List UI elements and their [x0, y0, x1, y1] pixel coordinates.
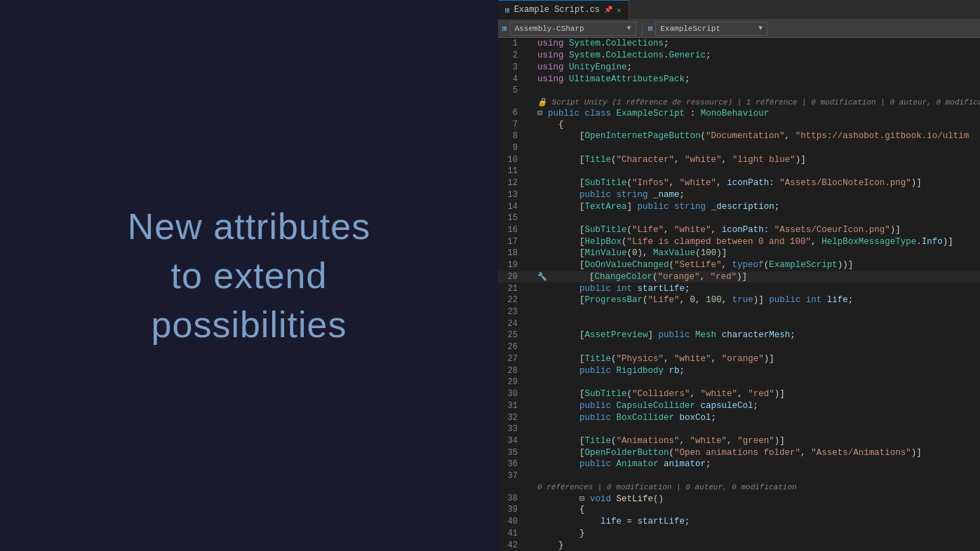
line-42: 42 } — [498, 539, 980, 551]
left-panel: New attributes to extend possibilities — [0, 0, 498, 551]
editor-toolbar: ⊞ Assembly-CSharp ▼ ⊞ ExampleScript ▼ — [498, 20, 980, 38]
dropdown-arrow: ▼ — [627, 25, 631, 32]
line-38: 38 ⊟ void SetLife() — [498, 492, 980, 504]
tab-label: Example Script.cs — [514, 5, 600, 15]
line-28: 28 public Rigidbody rb; — [498, 365, 980, 376]
line-32: 32 public BoxCollider boxCol; — [498, 411, 980, 423]
class-dropdown[interactable]: ExampleScript ▼ — [655, 22, 767, 36]
line-17: 17 [HelpBox("Life is clamped between 0 a… — [498, 236, 980, 247]
line-11: 11 — [498, 165, 980, 177]
line-2: 2 using System.Collections.Generic; — [498, 50, 980, 62]
hero-text: New attributes to extend possibilities — [86, 202, 412, 350]
line-31: 31 public CapsuleCollider capsuleCol; — [498, 400, 980, 411]
line-24: 24 — [498, 318, 980, 329]
assembly-dropdown[interactable]: Assembly-CSharp ▼ — [510, 22, 636, 36]
line-7: 7 { — [498, 118, 980, 130]
line-41: 41 } — [498, 527, 980, 539]
line-34: 34 [Title("Animations", "white", "green"… — [498, 435, 980, 447]
line-21: 21 public int startLife; — [498, 283, 980, 294]
line-13: 13 public string _name; — [498, 189, 980, 200]
toolbar-separator — [642, 22, 643, 35]
line-meta-6: 6 🔒 Script Unity (1 référence de ressour… — [498, 97, 980, 107]
line-15: 15 — [498, 212, 980, 224]
assembly-label: Assembly-CSharp — [515, 25, 584, 33]
line-1: 1 using System.Collections; — [498, 38, 980, 50]
line-16: 16 [SubTitle("Life", "white", iconPath: … — [498, 224, 980, 236]
class-label: ExampleScript — [660, 25, 720, 33]
line-33: 33 — [498, 423, 980, 435]
line-39: 39 { — [498, 504, 980, 516]
line-35: 35 [OpenFolderButton("Open animations fo… — [498, 447, 980, 458]
editor-panel: ⊞ Example Script.cs 📌 ✕ ⊞ Assembly-CShar… — [498, 0, 980, 551]
hero-line3: possibilities — [152, 304, 347, 345]
line-27: 27 [Title("Physics", "white", "orange")] — [498, 353, 980, 365]
line-3: 3 using UnityEngine; — [498, 61, 980, 73]
line-25: 25 [AssetPreview] public Mesh characterM… — [498, 329, 980, 341]
line-6: 6 ⊟ public class ExampleScript : MonoBeh… — [498, 107, 980, 118]
line-20: 20 🔧 [ChangeColor("orange", "red")] — [498, 271, 980, 283]
line-5: 5 — [498, 85, 980, 97]
line-meta-38: 38 0 références | 0 modification | 0 aut… — [498, 482, 980, 492]
assembly-icon: ⊞ — [502, 24, 507, 33]
line-37: 37 — [498, 470, 980, 482]
code-area: 1 using System.Collections; 2 using Syst… — [498, 38, 980, 551]
line-8: 8 [OpenInternetPageButton("Documentation… — [498, 130, 980, 142]
line-26: 26 — [498, 341, 980, 353]
tab-bar: ⊞ Example Script.cs 📌 ✕ — [498, 0, 980, 20]
line-14: 14 [TextArea] public string _description… — [498, 200, 980, 212]
line-12: 12 [SubTitle("Infos", "white", iconPath:… — [498, 177, 980, 189]
line-30: 30 [SubTitle("Colliders", "white", "red"… — [498, 388, 980, 400]
pin-icon: 📌 — [604, 6, 612, 14]
line-40: 40 life = startLife; — [498, 516, 980, 528]
hero-line2: to extend — [171, 255, 328, 296]
tab-close-button[interactable]: ✕ — [617, 6, 622, 15]
line-23: 23 — [498, 306, 980, 318]
class-dropdown-arrow: ▼ — [758, 25, 763, 32]
editor-tab[interactable]: ⊞ Example Script.cs 📌 ✕ — [498, 0, 629, 20]
line-19: 19 [DoOnValueChanged("SetLife", typeof(E… — [498, 259, 980, 271]
line-29: 29 — [498, 376, 980, 388]
line-4: 4 using UltimateAttributesPack; — [498, 73, 980, 85]
line-36: 36 public Animator animator; — [498, 458, 980, 470]
code-lines: 1 using System.Collections; 2 using Syst… — [498, 38, 980, 551]
line-9: 9 — [498, 142, 980, 154]
line-10: 10 [Title("Character", "white", "light b… — [498, 154, 980, 165]
line-18: 18 [MinValue(0), MaxValue(100)] — [498, 247, 980, 259]
class-icon: ⊞ — [648, 24, 653, 33]
file-icon: ⊞ — [505, 6, 510, 15]
line-22: 22 [ProgressBar("Life", 0, 100, true)] p… — [498, 294, 980, 306]
hero-line1: New attributes — [128, 206, 370, 247]
